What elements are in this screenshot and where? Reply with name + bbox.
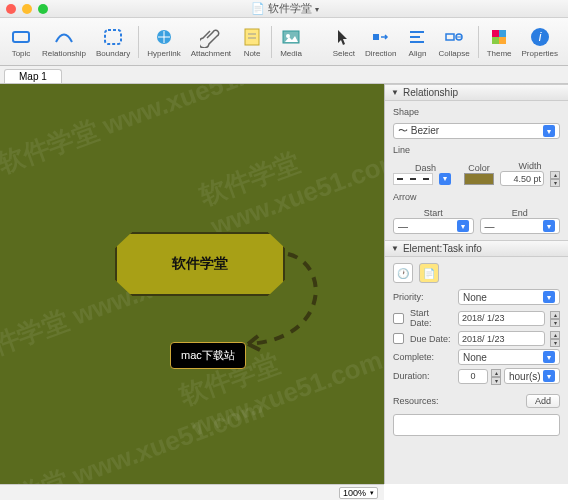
svg-rect-17 — [492, 37, 499, 44]
toolbar-attachment-button[interactable]: Attachment — [187, 24, 235, 60]
complete-label: Complete: — [393, 352, 453, 362]
statusbar: 100%▾ — [0, 484, 384, 500]
toolbar-label: Direction — [365, 49, 397, 58]
shape-label: Shape — [393, 107, 560, 117]
toolbar-label: Attachment — [191, 49, 231, 58]
close-icon[interactable] — [6, 4, 16, 14]
direction-icon — [370, 26, 392, 48]
start-date-field[interactable]: 2018/ 1/23 — [458, 311, 545, 326]
minimize-icon[interactable] — [22, 4, 32, 14]
clock-icon[interactable]: 🕐 — [393, 263, 413, 283]
toolbar-hyperlink-button[interactable]: Hyperlink — [143, 24, 184, 60]
toolbar-label: Note — [244, 49, 261, 58]
svg-rect-12 — [446, 34, 454, 40]
toolbar-select-button[interactable]: Select — [329, 24, 359, 60]
note-icon — [241, 26, 263, 48]
toolbar-label: Align — [409, 49, 427, 58]
section-title: Element:Task info — [403, 243, 482, 254]
zoom-icon[interactable] — [38, 4, 48, 14]
due-date-checkbox[interactable] — [393, 333, 404, 344]
svg-rect-1 — [105, 30, 121, 44]
toolbar-label: Properties — [522, 49, 558, 58]
chevron-down-icon: ▾ — [543, 125, 555, 137]
due-date-stepper[interactable]: ▴▾ — [550, 331, 560, 346]
width-field[interactable]: 4.50 pt — [500, 171, 544, 186]
resources-label: Resources: — [393, 396, 439, 406]
arrow-end-select[interactable]: —▾ — [480, 218, 561, 234]
svg-rect-15 — [492, 30, 499, 37]
disclosure-triangle-icon: ▼ — [391, 244, 399, 253]
resources-field[interactable] — [393, 414, 560, 436]
toolbar-note-button[interactable]: Note — [237, 24, 267, 60]
node-subtopic[interactable]: mac下载站 — [170, 342, 246, 369]
duration-field[interactable]: 0 — [458, 369, 488, 384]
toolbar-boundary-button[interactable]: Boundary — [92, 24, 134, 60]
add-resource-button[interactable]: Add — [526, 394, 560, 408]
toolbar-label: Media — [280, 49, 302, 58]
svg-rect-18 — [499, 37, 506, 44]
duration-unit-select[interactable]: hour(s)▾ — [504, 368, 560, 384]
window-title: 📄 软件学堂 ▾ — [48, 1, 522, 16]
properties-icon: i — [529, 26, 551, 48]
select-icon — [333, 26, 355, 48]
line-label: Line — [393, 145, 560, 155]
relationship-icon — [53, 26, 75, 48]
disclosure-triangle-icon: ▼ — [391, 88, 399, 97]
toolbar-label: Theme — [487, 49, 512, 58]
chevron-down-icon: ▾ — [543, 351, 555, 363]
window-controls — [6, 4, 48, 14]
chevron-down-icon: ▾ — [439, 173, 451, 185]
color-swatch[interactable] — [464, 173, 494, 185]
toolbar-relationship-button[interactable]: Relationship — [38, 24, 90, 60]
priority-label: Priority: — [393, 292, 453, 302]
dash-label: Dash — [393, 163, 458, 173]
toolbar-collapse-button[interactable]: Collapse — [434, 24, 473, 60]
toolbar-properties-button[interactable]: iProperties — [518, 24, 562, 60]
svg-rect-8 — [373, 34, 379, 40]
theme-icon — [488, 26, 510, 48]
attachment-icon — [200, 26, 222, 48]
toolbar-label: Collapse — [438, 49, 469, 58]
arrow-start-select[interactable]: —▾ — [393, 218, 474, 234]
svg-rect-3 — [245, 29, 259, 45]
start-date-label: Start Date: — [410, 308, 453, 328]
svg-text:i: i — [538, 30, 541, 44]
toolbar-label: Topic — [12, 49, 31, 58]
node-central-topic[interactable]: 软件学堂 — [115, 232, 285, 296]
complete-select[interactable]: None▾ — [458, 349, 560, 365]
toolbar-label: Select — [333, 49, 355, 58]
toolbar-align-button[interactable]: Align — [402, 24, 432, 60]
toolbar-direction-button[interactable]: Direction — [361, 24, 401, 60]
tab-map1[interactable]: Map 1 — [4, 69, 62, 83]
chevron-down-icon: ▾ — [543, 370, 555, 382]
toolbar-media-button[interactable]: Media — [276, 24, 306, 60]
due-date-field[interactable]: 2018/ 1/23 — [458, 331, 545, 346]
align-icon — [406, 26, 428, 48]
section-relationship-header[interactable]: ▼ Relationship — [385, 84, 568, 101]
watermark: 软件学堂 www.xue51.com — [175, 311, 384, 443]
dash-select[interactable] — [393, 173, 433, 185]
svg-rect-16 — [499, 30, 506, 37]
toolbar-label: Relationship — [42, 49, 86, 58]
chevron-down-icon: ▾ — [543, 291, 555, 303]
toolbar: TopicRelationshipBoundaryHyperlinkAttach… — [0, 18, 568, 66]
start-date-stepper[interactable]: ▴▾ — [550, 311, 560, 326]
duration-stepper[interactable]: ▴▾ — [491, 369, 501, 384]
arrow-label: Arrow — [393, 192, 560, 202]
width-stepper[interactable]: ▴▾ — [550, 171, 560, 186]
priority-select[interactable]: None▾ — [458, 289, 560, 305]
zoom-select[interactable]: 100%▾ — [339, 487, 378, 499]
collapse-icon — [443, 26, 465, 48]
chevron-down-icon: ▾ — [457, 220, 469, 232]
width-label: Width — [500, 161, 560, 171]
toolbar-theme-button[interactable]: Theme — [483, 24, 516, 60]
section-task-header[interactable]: ▼ Element:Task info — [385, 240, 568, 257]
boundary-icon — [102, 26, 124, 48]
canvas[interactable]: 软件学堂 www.xue51.com 软件学堂 www.xue51.com 软件… — [0, 84, 384, 484]
note-icon[interactable]: 📄 — [419, 263, 439, 283]
start-date-checkbox[interactable] — [393, 313, 404, 324]
section-title: Relationship — [403, 87, 458, 98]
toolbar-topic-button[interactable]: Topic — [6, 24, 36, 60]
shape-select[interactable]: 〜 Bezier ▾ — [393, 123, 560, 139]
properties-panel: ▼ Relationship Shape 〜 Bezier ▾ Line Das… — [384, 84, 568, 484]
